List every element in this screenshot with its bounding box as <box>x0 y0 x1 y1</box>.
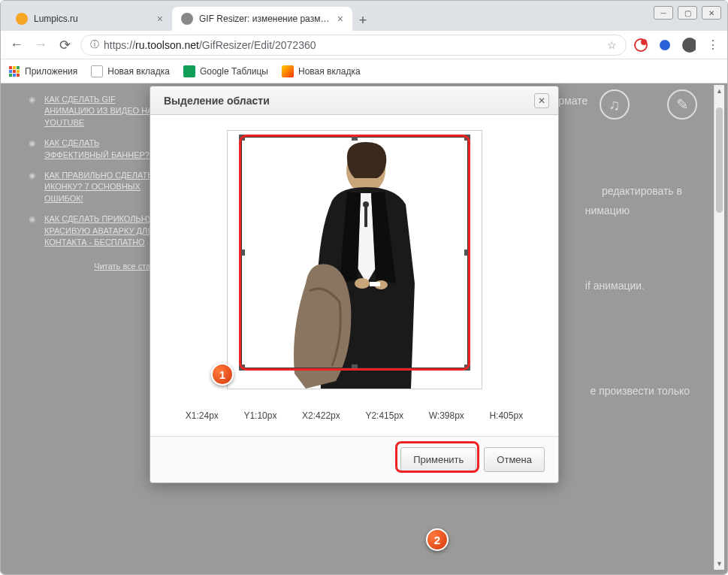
tab-lumpics[interactable]: Lumpics.ru × <box>7 7 172 31</box>
resize-handle[interactable] <box>464 250 470 256</box>
resize-handle[interactable] <box>239 135 245 141</box>
scrollbar[interactable]: ▲ ▼ <box>714 85 724 570</box>
svg-rect-7 <box>9 70 12 73</box>
extension-icons: ⋮ <box>634 38 720 52</box>
modal-overlay: Выделение области ✕ <box>1 83 727 574</box>
coord-h: H:405px <box>489 410 523 421</box>
dialog-header: Выделение области ✕ <box>150 86 558 115</box>
svg-rect-12 <box>17 74 20 77</box>
svg-rect-5 <box>13 66 16 69</box>
crop-canvas[interactable] <box>227 130 482 389</box>
bookmark-label: Приложения <box>25 66 77 77</box>
apps-icon <box>8 65 20 77</box>
close-tab-icon[interactable]: × <box>337 13 343 25</box>
resize-handle[interactable] <box>352 135 358 141</box>
forward-button[interactable]: → <box>32 37 49 53</box>
svg-rect-4 <box>9 66 12 69</box>
maximize-button[interactable]: ▢ <box>678 6 697 20</box>
back-button[interactable]: ← <box>8 37 25 53</box>
menu-icon[interactable]: ⋮ <box>706 38 720 52</box>
scroll-up-icon[interactable]: ▲ <box>714 85 724 97</box>
minimize-button[interactable]: ─ <box>654 6 673 20</box>
crop-selection[interactable] <box>241 137 468 368</box>
tab-title: Lumpics.ru <box>34 14 151 24</box>
tab-strip: Lumpics.ru × GIF Resizer: изменение разм… <box>1 1 727 31</box>
dialog-body: X1:24px Y1:10px X2:422px Y2:415px W:398p… <box>150 115 558 436</box>
scroll-down-icon[interactable]: ▼ <box>714 558 724 570</box>
address-bar: ← → ⟳ ⓘ https://ru.toolson.net/GifResize… <box>1 31 727 59</box>
info-icon: ⓘ <box>90 38 99 51</box>
resize-handle[interactable] <box>464 365 470 371</box>
window-controls: ─ ▢ ✕ <box>654 6 721 20</box>
scroll-thumb[interactable] <box>716 107 723 213</box>
coord-y1: Y1:10px <box>243 410 276 421</box>
dialog-footer: Применить Отмена <box>150 436 558 483</box>
yandex-icon <box>282 65 294 77</box>
callout-1: 1 <box>211 363 234 386</box>
cancel-button[interactable]: Отмена <box>484 447 545 472</box>
coords-row: X1:24px Y1:10px X2:422px Y2:415px W:398p… <box>165 410 543 421</box>
resize-handle[interactable] <box>464 135 470 141</box>
apply-button[interactable]: Применить <box>400 447 476 472</box>
url-text: https://ru.toolson.net/GifResizer/Edit/2… <box>104 39 603 51</box>
svg-rect-9 <box>17 70 20 73</box>
sheets-icon <box>183 65 195 77</box>
crop-dialog: Выделение области ✕ <box>150 86 559 483</box>
svg-rect-6 <box>17 66 20 69</box>
extension-icon[interactable] <box>634 38 648 52</box>
close-window-button[interactable]: ✕ <box>702 6 721 20</box>
reload-button[interactable]: ⟳ <box>56 37 73 53</box>
bookmark-newtab2[interactable]: Новая вкладка <box>282 65 361 77</box>
tab-gif-resizer[interactable]: GIF Resizer: изменение размера × <box>172 7 352 31</box>
svg-rect-11 <box>13 74 16 77</box>
bookmark-sheets[interactable]: Google Таблицы <box>183 65 268 77</box>
url-input[interactable]: ⓘ https://ru.toolson.net/GifResizer/Edit… <box>80 35 627 56</box>
page-content: ◉ КАК СДЕЛАТЬ GIF АНИМАЦИЮ ИЗ ВИДЕО НА Y… <box>1 83 727 574</box>
extension-icon[interactable] <box>658 38 672 52</box>
coord-w: W:398px <box>429 410 464 421</box>
page-icon <box>91 65 103 77</box>
coord-y2: Y2:415px <box>365 410 403 421</box>
bookmark-newtab[interactable]: Новая вкладка <box>91 65 170 77</box>
svg-rect-10 <box>9 74 12 77</box>
callout-2: 2 <box>426 528 449 551</box>
avatar-icon[interactable] <box>682 38 696 52</box>
svg-point-2 <box>660 40 670 50</box>
bookmark-star-icon[interactable]: ☆ <box>607 39 617 51</box>
bookmark-apps[interactable]: Приложения <box>8 65 77 77</box>
resize-handle[interactable] <box>239 365 245 371</box>
bookmark-label: Новая вкладка <box>298 66 361 77</box>
svg-point-1 <box>641 39 647 45</box>
close-tab-icon[interactable]: × <box>157 13 163 25</box>
favicon-icon <box>16 13 28 25</box>
resize-handle[interactable] <box>239 250 245 256</box>
svg-rect-8 <box>13 70 16 73</box>
dialog-close-button[interactable]: ✕ <box>534 93 549 108</box>
new-tab-button[interactable]: + <box>352 10 373 31</box>
bookmark-label: Google Таблицы <box>200 66 268 77</box>
svg-point-3 <box>682 38 696 53</box>
favicon-icon <box>181 13 193 25</box>
bookmarks-bar: Приложения Новая вкладка Google Таблицы … <box>1 59 727 83</box>
bookmark-label: Новая вкладка <box>107 66 170 77</box>
tab-title: GIF Resizer: изменение размера <box>199 14 331 24</box>
resize-handle[interactable] <box>352 365 358 371</box>
coord-x1: X1:24px <box>186 410 219 421</box>
dialog-title: Выделение области <box>164 95 270 107</box>
coord-x2: X2:422px <box>302 410 340 421</box>
